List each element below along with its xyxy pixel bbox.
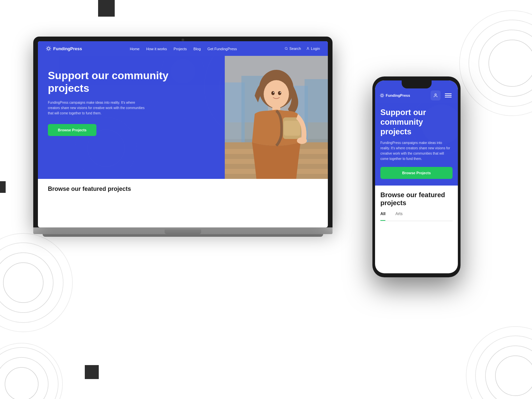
svg-point-47 <box>435 94 437 95</box>
svg-point-9 <box>485 346 532 399</box>
svg-point-16 <box>48 48 50 50</box>
svg-point-51 <box>375 136 407 179</box>
phone-featured-section: Browse our featured projects All Arts <box>375 186 458 226</box>
laptop-nav-links: Home How it works Projects Blog Get Fund… <box>130 46 237 52</box>
nav-blog[interactable]: Blog <box>194 47 201 51</box>
decoration-circles-left-bottom <box>0 342 63 399</box>
hamburger-line-3 <box>445 97 452 97</box>
decoration-circles-left <box>0 233 73 332</box>
phone-outer-shell: FundingPress <box>372 76 461 277</box>
svg-point-5 <box>479 30 532 96</box>
svg-point-2 <box>0 243 63 323</box>
hero-woman-illustration <box>225 56 328 179</box>
laptop-base <box>33 227 332 234</box>
svg-point-8 <box>495 356 532 396</box>
decoration-circles-right-bottom <box>466 326 532 399</box>
phone-screen: FundingPress <box>375 80 458 273</box>
laptop-foot <box>43 234 323 237</box>
search-label: Search <box>289 47 301 51</box>
phone-user-button[interactable] <box>431 90 441 100</box>
svg-point-18 <box>307 47 308 48</box>
decoration-square-1 <box>98 0 115 17</box>
svg-point-7 <box>460 11 532 116</box>
login-label: Login <box>311 47 320 51</box>
decoration-square-4 <box>85 365 99 379</box>
phone-tab-arts[interactable]: Arts <box>395 211 402 218</box>
laptop-logo-text: FundingPress <box>53 46 82 51</box>
svg-point-4 <box>489 40 532 86</box>
laptop-hero-title: Support our community projects <box>48 69 210 95</box>
laptop-featured-section: Browse our featured projects <box>38 179 328 199</box>
nav-projects[interactable]: Projects <box>174 47 187 51</box>
phone-logo-icon <box>380 93 384 98</box>
svg-point-46 <box>381 94 383 96</box>
laptop-section-title: Browse our featured projects <box>48 186 318 193</box>
login-action[interactable]: Login <box>306 47 320 51</box>
phone-tab-all[interactable]: All <box>380 211 385 218</box>
laptop-screen: FundingPress Home How it works Projects … <box>38 41 328 227</box>
phone-section-title: Browse our featured projects <box>380 191 453 207</box>
svg-point-0 <box>3 263 43 303</box>
laptop-hero-image <box>225 56 328 179</box>
laptop-mockup: FundingPress Home How it works Projects … <box>33 37 332 237</box>
svg-point-41 <box>297 137 307 144</box>
svg-point-44 <box>273 92 274 93</box>
phone-menu-button[interactable] <box>443 90 453 100</box>
logo-icon <box>46 46 51 51</box>
laptop-browse-button[interactable]: Browse Projects <box>48 124 96 136</box>
svg-point-37 <box>264 80 289 108</box>
search-action[interactable]: Search <box>285 47 301 51</box>
search-icon <box>285 47 288 50</box>
phone-logo: FundingPress <box>380 93 428 98</box>
svg-point-12 <box>5 367 38 399</box>
svg-point-6 <box>469 20 532 106</box>
decoration-square-2 <box>0 181 6 193</box>
laptop-hero: Support our community projects FundingPr… <box>38 56 328 179</box>
laptop-hero-content: Support our community projects FundingPr… <box>48 66 210 179</box>
hamburger-line-2 <box>445 95 452 96</box>
phone-user-icon <box>433 93 438 98</box>
svg-point-50 <box>375 144 398 171</box>
nav-home[interactable]: Home <box>130 47 139 51</box>
laptop-stand <box>165 229 201 234</box>
hamburger-line-1 <box>445 93 452 94</box>
laptop-nav: FundingPress Home How it works Projects … <box>38 41 328 56</box>
svg-point-45 <box>280 92 281 93</box>
svg-rect-35 <box>305 79 328 142</box>
phone-category-tabs: All Arts <box>380 211 453 221</box>
svg-point-15 <box>0 343 63 399</box>
phone-notch <box>402 80 432 88</box>
svg-point-43 <box>278 91 281 95</box>
svg-point-17 <box>285 47 287 50</box>
svg-point-3 <box>0 233 72 332</box>
svg-rect-40 <box>284 121 300 136</box>
phone-hero-bg <box>375 103 458 186</box>
laptop-camera <box>182 39 184 41</box>
laptop-nav-actions: Search Login <box>285 47 320 51</box>
laptop-logo: FundingPress <box>46 46 82 51</box>
nav-get-fundingpress[interactable]: Get FundingPress <box>207 47 237 51</box>
phone-logo-text: FundingPress <box>386 93 410 97</box>
svg-point-11 <box>466 327 532 399</box>
user-icon <box>306 47 310 50</box>
svg-point-42 <box>271 91 275 95</box>
svg-point-10 <box>475 336 532 399</box>
nav-how-it-works[interactable]: How it works <box>146 47 167 51</box>
phone-mockup: FundingPress <box>372 76 461 277</box>
svg-point-1 <box>0 253 53 313</box>
decoration-circles-right-top <box>459 10 532 116</box>
laptop-hero-description: FundingPress campaigns make ideas into r… <box>48 100 148 116</box>
phone-hero: Support our community projects FundingPr… <box>375 103 458 186</box>
svg-point-48 <box>422 104 458 144</box>
